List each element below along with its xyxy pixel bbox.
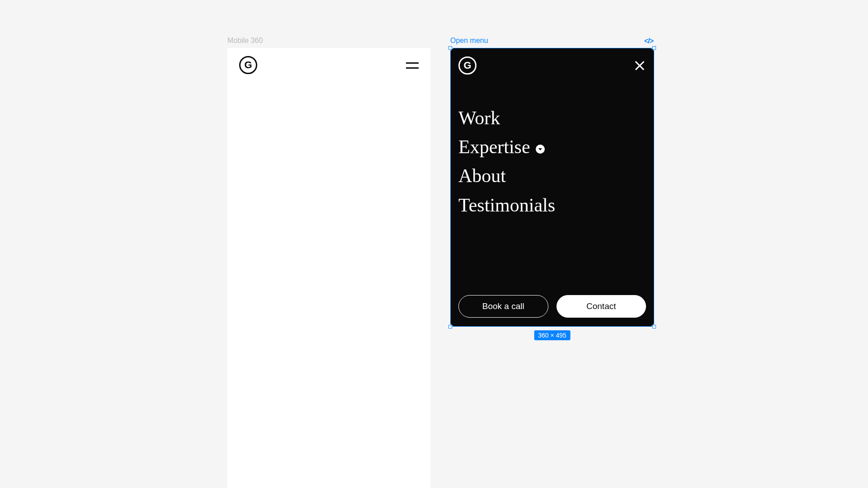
resize-handle-bl[interactable] — [448, 325, 452, 328]
frame-label-mobile[interactable]: Mobile 360 — [227, 37, 263, 44]
hamburger-icon[interactable] — [406, 61, 419, 69]
selection-size-badge: 360 × 495 — [534, 330, 571, 340]
brand-logo-icon[interactable]: G — [458, 56, 476, 75]
resize-handle-tr[interactable] — [652, 46, 656, 50]
contact-button[interactable]: Contact — [557, 295, 646, 318]
mobile-topbar: G — [227, 48, 430, 82]
frame-mobile-360[interactable]: G — [227, 48, 430, 488]
menu-item-expertise[interactable]: Expertise — [458, 136, 646, 157]
menu-item-about[interactable]: About — [458, 165, 646, 186]
menu-item-work[interactable]: Work — [458, 108, 646, 128]
menu-items: Work Expertise About Testimonials — [458, 108, 646, 216]
menu-item-label: Expertise — [458, 136, 530, 157]
menu-footer: Book a call Contact — [458, 295, 646, 318]
menu-item-label: About — [458, 165, 506, 186]
resize-handle-br[interactable] — [652, 325, 656, 328]
menu-topbar: G — [458, 56, 646, 75]
frame-open-menu[interactable]: G Work Expertise About Testimonials Book… — [450, 48, 654, 327]
menu-item-testimonials[interactable]: Testimonials — [458, 195, 646, 216]
book-a-call-button[interactable]: Book a call — [458, 295, 548, 318]
code-icon[interactable]: </> — [644, 37, 653, 45]
brand-logo-icon[interactable]: G — [239, 56, 257, 74]
chevron-down-icon[interactable] — [536, 145, 545, 154]
menu-item-label: Testimonials — [458, 195, 555, 216]
frame-label-open-menu[interactable]: Open menu — [450, 37, 488, 44]
menu-item-label: Work — [458, 108, 500, 128]
menu-surface: G Work Expertise About Testimonials Book… — [450, 48, 654, 327]
close-icon[interactable] — [633, 59, 646, 72]
